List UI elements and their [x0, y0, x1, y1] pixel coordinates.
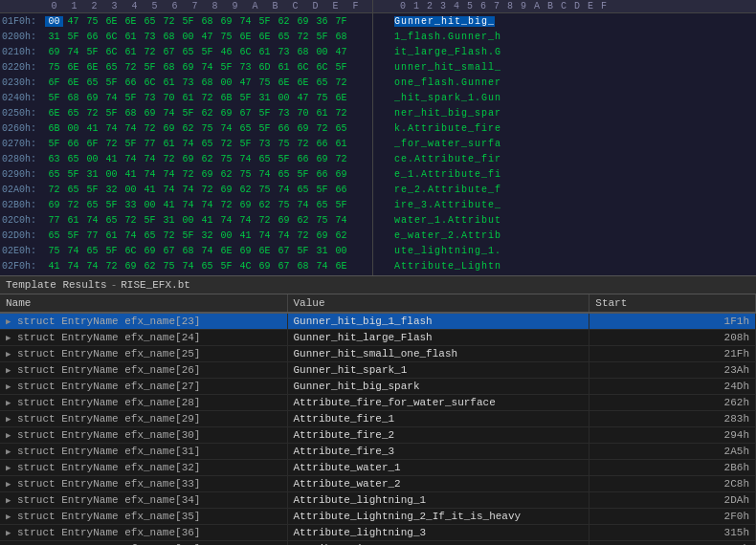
hex-byte[interactable]: 65 [256, 154, 274, 164]
hex-byte[interactable]: 73 [141, 93, 159, 103]
hex-byte[interactable]: 66 [64, 139, 82, 149]
hex-byte[interactable]: 77 [141, 139, 159, 149]
hex-byte[interactable]: 00 [332, 246, 350, 256]
hex-byte[interactable]: 6E [236, 32, 255, 42]
hex-byte[interactable]: 72 [83, 108, 101, 119]
hex-byte[interactable]: 69 [332, 169, 350, 180]
hex-byte[interactable]: 61 [256, 47, 274, 57]
hex-byte[interactable]: 74 [275, 230, 293, 241]
hex-byte[interactable]: 72 [102, 139, 121, 149]
hex-byte[interactable]: 68 [198, 77, 216, 88]
hex-byte[interactable]: 65 [45, 169, 63, 180]
hex-byte[interactable]: 61 [160, 77, 178, 88]
hex-byte[interactable]: 74 [122, 123, 140, 134]
hex-byte[interactable]: 65 [332, 123, 350, 134]
expand-icon[interactable]: ▶ [6, 365, 17, 376]
hex-byte[interactable]: 47 [64, 16, 82, 27]
hex-byte[interactable]: 75 [160, 261, 178, 272]
hex-byte[interactable]: 74 [102, 123, 121, 134]
hex-byte[interactable]: 69 [83, 93, 101, 103]
hex-byte[interactable]: 75 [217, 154, 235, 164]
hex-byte[interactable]: 41 [236, 230, 255, 241]
hex-byte[interactable]: 68 [64, 93, 82, 103]
hex-byte[interactable]: 69 [236, 246, 255, 256]
ascii-row[interactable]: ce.Attribute_fir [373, 151, 756, 166]
hex-byte[interactable]: 74 [332, 215, 350, 226]
hex-byte[interactable]: 5F [179, 230, 197, 241]
hex-row[interactable]: 02F0h:4174747269627574655F4C696768746E [0, 258, 372, 273]
hex-byte[interactable]: 69 [313, 154, 331, 164]
hex-byte[interactable]: 72 [217, 139, 235, 149]
hex-byte[interactable]: 72 [45, 185, 63, 195]
hex-byte[interactable]: 67 [236, 108, 255, 119]
hex-byte[interactable]: 72 [313, 123, 331, 134]
hex-byte[interactable]: 67 [275, 261, 293, 272]
hex-byte[interactable]: 5F [236, 93, 255, 103]
hex-row[interactable]: 0280h:6365004174747269627574655F666972 [0, 151, 372, 166]
hex-byte[interactable]: 72 [332, 77, 350, 88]
hex-byte[interactable]: 68 [122, 108, 140, 119]
hex-byte[interactable]: 74 [122, 154, 140, 164]
hex-byte[interactable]: 69 [45, 200, 63, 210]
hex-row[interactable]: 0260h:6B004174747269627574655F66697265 [0, 120, 372, 136]
hex-byte[interactable]: 72 [160, 230, 178, 241]
hex-byte[interactable]: 72 [141, 123, 159, 134]
hex-byte[interactable]: 74 [64, 246, 82, 256]
hex-byte[interactable]: 6E [332, 93, 350, 103]
hex-byte[interactable]: 69 [217, 16, 235, 27]
hex-row[interactable]: 0240h:5F6869745F737061726B5F310047756E [0, 90, 372, 105]
hex-byte[interactable]: 5F [141, 62, 159, 73]
hex-row[interactable]: 0230h:6F6E655F666C6173680047756E6E6572 [0, 75, 372, 90]
hex-byte[interactable]: 41 [102, 154, 121, 164]
expand-icon[interactable]: ▶ [6, 463, 17, 473]
hex-byte[interactable]: 5F [102, 200, 121, 210]
hex-byte[interactable]: 5F [294, 169, 312, 180]
hex-byte[interactable]: 70 [160, 93, 178, 103]
hex-byte[interactable]: 61 [160, 139, 178, 149]
hex-byte[interactable]: 31 [83, 169, 101, 180]
ascii-row[interactable]: _for_water_surfa [373, 136, 756, 151]
hex-byte[interactable]: 70 [294, 108, 312, 119]
hex-byte[interactable]: 69 [122, 261, 140, 272]
hex-byte[interactable]: 69 [198, 169, 216, 180]
expand-icon[interactable]: ▶ [6, 414, 17, 425]
hex-byte[interactable]: 65 [83, 200, 101, 210]
hex-byte[interactable]: 62 [294, 215, 312, 226]
hex-byte[interactable]: 5F [122, 93, 140, 103]
hex-byte[interactable]: 65 [64, 154, 82, 164]
hex-byte[interactable]: 6C [102, 32, 121, 42]
hex-byte[interactable]: 47 [236, 77, 255, 88]
expand-icon[interactable]: ▶ [6, 495, 17, 506]
hex-byte[interactable]: 66 [83, 32, 101, 42]
hex-byte[interactable]: 75 [236, 169, 255, 180]
hex-byte[interactable]: 5F [64, 230, 82, 241]
hex-byte[interactable]: 6C [122, 246, 140, 256]
expand-icon[interactable]: ▶ [6, 430, 17, 441]
hex-byte[interactable]: 47 [294, 93, 312, 103]
hex-byte[interactable]: 31 [45, 32, 63, 42]
hex-byte[interactable]: 6E [45, 108, 63, 119]
hex-row[interactable]: 0290h:655F31004174747269627574655F6669 [0, 166, 372, 182]
hex-byte[interactable]: 68 [160, 32, 178, 42]
hex-byte[interactable]: 74 [179, 200, 197, 210]
hex-byte[interactable]: 6E [275, 77, 293, 88]
hex-byte[interactable]: 47 [332, 47, 350, 57]
table-row[interactable]: ▶ struct EntryName efx_name[30]Attribute… [0, 427, 756, 444]
hex-byte[interactable]: 62 [275, 16, 293, 27]
hex-byte[interactable]: 74 [64, 261, 82, 272]
hex-byte[interactable]: 68 [160, 62, 178, 73]
hex-byte[interactable]: 6C [313, 62, 331, 73]
hex-byte[interactable]: 5F [64, 32, 82, 42]
ascii-row[interactable]: k.Attribute_fire [373, 120, 756, 136]
hex-byte[interactable]: 72 [160, 16, 178, 27]
hex-byte[interactable]: 65 [198, 139, 216, 149]
hex-byte[interactable]: 75 [313, 215, 331, 226]
hex-byte[interactable]: 41 [160, 200, 178, 210]
expand-icon[interactable]: ▶ [6, 382, 17, 392]
hex-byte[interactable]: 5F [275, 154, 293, 164]
hex-byte[interactable]: 72 [141, 47, 159, 57]
hex-byte[interactable]: 5F [179, 108, 197, 119]
hex-byte[interactable]: 74 [256, 230, 274, 241]
hex-byte[interactable]: 65 [198, 261, 216, 272]
hex-byte[interactable]: 5F [217, 62, 235, 73]
